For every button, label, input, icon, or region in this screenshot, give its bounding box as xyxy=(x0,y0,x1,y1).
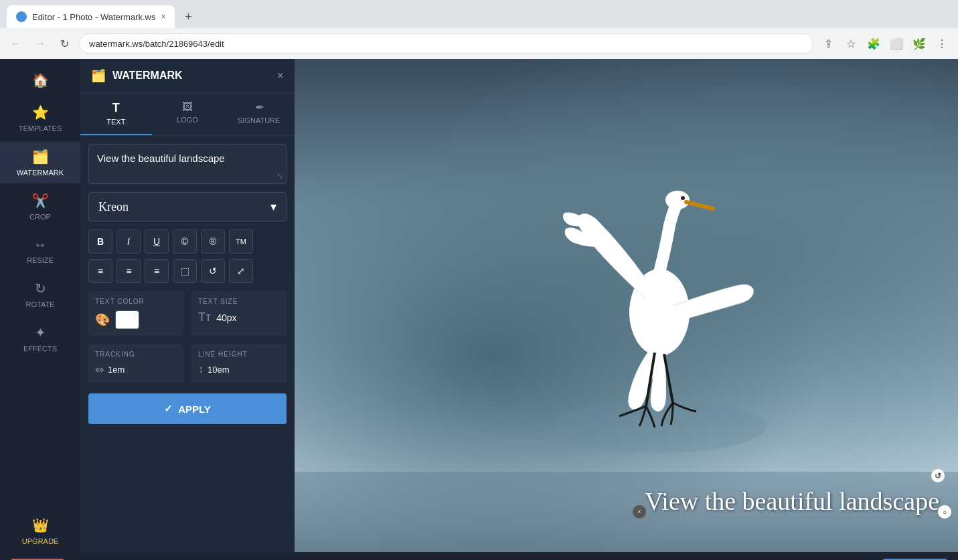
text-color-label: TEXT COLOR xyxy=(95,298,177,305)
sidebar-item-home[interactable]: 🏠 xyxy=(0,66,80,95)
bookmark-button[interactable]: ☆ xyxy=(842,34,860,53)
panel-title-icon: 🗂️ xyxy=(91,68,106,83)
underline-button[interactable]: U xyxy=(145,229,169,254)
upgrade-icon: 👑 xyxy=(32,517,49,533)
tab-text-label: TEXT xyxy=(106,118,125,126)
tab-title: Editor - 1 Photo - Watermark.ws xyxy=(32,12,155,22)
color-row: 🎨 xyxy=(95,310,177,329)
sidebar-label-effects: EFFECTS xyxy=(23,345,57,353)
color-size-row: TEXT COLOR 🎨 TEXT SIZE Tт 40px xyxy=(88,291,287,336)
tab-text[interactable]: T TEXT xyxy=(80,93,152,135)
watermark-panel: 🗂️ WATERMARK × T TEXT 🖼 LOGO ✒ SIGNATURE… xyxy=(80,59,295,552)
address-bar[interactable]: watermark.ws/batch/21869643/edit xyxy=(79,33,813,54)
sidebar-item-effects[interactable]: ✦ EFFECTS xyxy=(0,318,80,359)
svg-point-3 xyxy=(681,196,685,200)
tracking-row: ⇔ 1em xyxy=(95,363,177,376)
browser-chrome: Editor - 1 Photo - Watermark.ws × + ← → … xyxy=(0,0,958,59)
app-container: 🏠 ⭐ TEMPLATES 🗂️ WATERMARK ✂️ CROP ↔️ RE… xyxy=(0,59,958,552)
resize-icon: ↔️ xyxy=(33,237,47,252)
sidebar-label-rotate: ROTATE xyxy=(26,300,55,308)
resize-handle-icon[interactable]: ⤡ xyxy=(276,171,283,181)
nav-actions: ⇪ ☆ 🧩 ⬜ 🌿 ⋮ xyxy=(819,34,951,53)
expand-button[interactable]: ⤢ xyxy=(229,259,253,283)
profile-button[interactable]: ⬜ xyxy=(887,34,906,53)
palette-icon: 🎨 xyxy=(95,312,110,327)
format-buttons: B I U © ® TM xyxy=(88,229,287,254)
sidebar-item-templates[interactable]: ⭐ TEMPLATES xyxy=(0,98,80,139)
share-button[interactable]: ⇪ xyxy=(819,34,837,53)
watermark-text-overlay[interactable]: ↺ View the beautiful landscape × ○ xyxy=(639,484,945,519)
tab-close-btn[interactable]: × xyxy=(161,12,165,21)
sidebar-item-crop[interactable]: ✂️ CROP xyxy=(0,186,80,227)
tracking-value: 1em xyxy=(108,365,125,375)
egret-image xyxy=(542,138,777,473)
bold-button[interactable]: B xyxy=(88,229,112,254)
text-size-value: 40px xyxy=(216,312,236,323)
align-center-button[interactable]: ≡ xyxy=(116,259,141,283)
sidebar-label-upgrade: UPGRADE xyxy=(22,537,58,545)
watermark-text-value: View the beautiful landscape xyxy=(97,153,225,164)
sidebar-item-resize[interactable]: ↔️ RESIZE xyxy=(0,230,80,271)
home-icon: 🏠 xyxy=(32,72,49,88)
rotate-text-button[interactable]: ↺ xyxy=(201,259,225,283)
canvas-area[interactable]: ↺ View the beautiful landscape × ○ xyxy=(295,59,958,552)
tab-logo[interactable]: 🖼 LOGO xyxy=(152,93,224,135)
align-left-button[interactable]: ≡ xyxy=(88,259,112,283)
tab-logo-label: LOGO xyxy=(177,116,198,124)
align-right-button[interactable]: ≡ xyxy=(145,259,169,283)
copyright-button[interactable]: © xyxy=(173,229,197,254)
watermark-text-input[interactable]: View the beautiful landscape ⤡ xyxy=(88,144,287,184)
sidebar-item-rotate[interactable]: ↻ ROTATE xyxy=(0,274,80,315)
apply-button[interactable]: ✓ APPLY xyxy=(88,393,287,424)
panel-title-text: WATERMARK xyxy=(112,70,183,82)
color-swatch[interactable] xyxy=(115,310,139,329)
panel-title: 🗂️ WATERMARK xyxy=(91,68,183,83)
size-row: Tт 40px xyxy=(198,310,280,324)
effects-icon: ✦ xyxy=(35,324,46,341)
extensions-button[interactable]: 🧩 xyxy=(864,34,883,53)
canvas-background: ↺ View the beautiful landscape × ○ xyxy=(295,59,958,552)
forward-button[interactable]: → xyxy=(31,34,50,53)
sidebar-label-watermark: WATERMARK xyxy=(17,169,64,177)
registered-button[interactable]: ® xyxy=(201,229,225,254)
font-dropdown-icon: ▾ xyxy=(270,199,276,214)
tab-signature-label: SIGNATURE xyxy=(238,116,280,124)
italic-button[interactable]: I xyxy=(116,229,141,254)
new-tab-button[interactable]: + xyxy=(179,7,197,26)
svg-point-2 xyxy=(665,191,690,209)
tracking-section: TRACKING ⇔ 1em xyxy=(88,344,183,383)
tab-favicon xyxy=(16,11,27,22)
tab-signature[interactable]: ✒ SIGNATURE xyxy=(223,93,295,135)
browser-nav-bar: ← → ↻ watermark.ws/batch/21869643/edit ⇪… xyxy=(0,28,958,59)
watermark-handle-rotate[interactable]: ↺ xyxy=(931,469,945,482)
position-button[interactable]: ⬚ xyxy=(173,259,197,283)
align-buttons: ≡ ≡ ≡ ⬚ ↺ ⤢ xyxy=(88,259,287,283)
reload-button[interactable]: ↻ xyxy=(55,34,74,53)
sidebar-label-templates: TEMPLATES xyxy=(19,124,62,132)
text-size-section: TEXT SIZE Tт 40px xyxy=(191,291,287,336)
panel-close-button[interactable]: × xyxy=(276,69,284,83)
address-text: watermark.ws/batch/21869643/edit xyxy=(89,39,224,49)
trademark-button[interactable]: TM xyxy=(229,229,253,254)
apply-label: APPLY xyxy=(178,403,211,415)
templates-icon: ⭐ xyxy=(32,104,49,120)
font-selector[interactable]: Kreon ▾ xyxy=(88,192,287,221)
back-button[interactable]: ← xyxy=(7,34,25,53)
bottom-bar: ← EXIT ↩ UNDO ↪ REDO ⟳ photo.jpg · 1920 … xyxy=(0,552,958,560)
menu-button[interactable]: ⋮ xyxy=(933,34,951,53)
lineheight-icon: ↕ xyxy=(198,363,204,375)
tracking-lineheight-row: TRACKING ⇔ 1em LINE HEIGHT ↕ 10em xyxy=(88,344,287,383)
lineheight-row: ↕ 10em xyxy=(198,363,280,375)
text-color-section: TEXT COLOR 🎨 xyxy=(88,291,183,336)
browser-tabs: Editor - 1 Photo - Watermark.ws × + xyxy=(0,0,958,28)
watermark-icon: 🗂️ xyxy=(32,149,49,165)
sidebar-item-upgrade[interactable]: 👑 UPGRADE xyxy=(0,510,80,552)
sidebar-item-watermark[interactable]: 🗂️ WATERMARK xyxy=(0,142,80,183)
watermark-handle-resize[interactable]: ○ xyxy=(938,505,951,519)
sidebar-label-crop: CROP xyxy=(29,213,51,221)
text-tab-icon: T xyxy=(112,101,120,115)
user-avatar[interactable]: 🌿 xyxy=(910,34,929,53)
browser-tab-active[interactable]: Editor - 1 Photo - Watermark.ws × xyxy=(7,5,175,28)
crop-icon: ✂️ xyxy=(32,193,49,209)
panel-tabs: T TEXT 🖼 LOGO ✒ SIGNATURE xyxy=(80,93,295,136)
